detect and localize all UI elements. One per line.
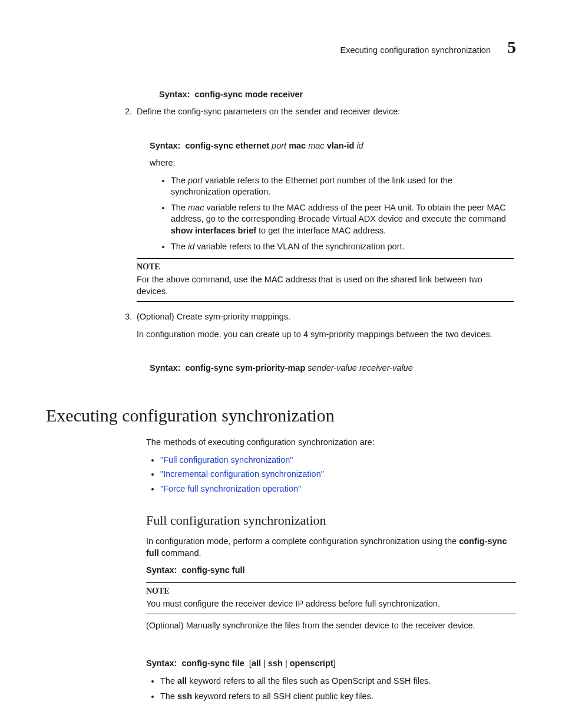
syntax-label: Syntax:	[150, 363, 180, 373]
step-2: Define the config-sync parameters on the…	[134, 106, 514, 302]
text: command.	[159, 548, 201, 558]
text: The	[160, 676, 177, 686]
syntax-cmd: config-sync file	[181, 658, 244, 668]
syntax-label: Syntax:	[159, 90, 190, 99]
text: The	[171, 242, 188, 251]
note-block: NOTE You must configure the receiver dev…	[146, 582, 516, 614]
bullet-mac: The mac variable refers to the MAC addre…	[171, 202, 514, 237]
syntax-cmd: config-sync sym-priority-map	[185, 363, 305, 373]
link-incremental-sync[interactable]: "Incremental configuration synchronizati…	[160, 469, 324, 479]
link-force-full-sync[interactable]: "Force full synchronization operation"	[160, 484, 301, 493]
note-body: For the above command, use the MAC addre…	[137, 274, 514, 297]
text: variable refers to the VLAN of the synch…	[194, 242, 404, 251]
note-title: NOTE	[146, 586, 516, 597]
text: The	[171, 203, 188, 212]
body-content: Syntax: config-sync mode receiver Define…	[46, 89, 516, 374]
syntax-var: id	[356, 141, 363, 150]
list-item: "Incremental configuration synchronizati…	[160, 469, 516, 480]
step-3: (Optional) Create sym-priority mappings.…	[134, 311, 514, 374]
bullet-id: The id variable refers to the VLAN of th…	[171, 241, 514, 253]
text: The	[171, 176, 188, 185]
keyword: ssh	[177, 691, 192, 701]
bullet-all: The all keyword refers to all the files …	[160, 676, 516, 687]
optional-sync-text: (Optional) Manually synchronize the file…	[146, 620, 516, 632]
syntax-cmd: vlan-id	[327, 141, 355, 150]
syntax-command: config-sync mode receiver	[194, 90, 303, 99]
var-name: mac	[188, 203, 204, 212]
keyword: all	[177, 676, 187, 686]
section-heading: Executing configuration synchronization	[46, 404, 516, 428]
step-text: (Optional) Create sym-priority mappings.	[137, 311, 514, 323]
page: Executing configuration synchronization …	[0, 0, 562, 728]
var-name: port	[188, 176, 203, 185]
syntax-ethernet: Syntax: config-sync ethernet port mac ma…	[150, 140, 514, 152]
note-body: You must configure the receiver device I…	[146, 598, 516, 610]
syntax-var: mac	[308, 141, 324, 150]
method-links-list: "Full configuration synchronization" "In…	[146, 454, 516, 495]
note-title: NOTE	[137, 262, 514, 273]
syntax-full: Syntax: config-sync full	[146, 565, 516, 577]
file-bullets: The all keyword refers to all the files …	[146, 676, 516, 703]
where-bullets: The port variable refers to the Ethernet…	[137, 175, 514, 252]
text: to get the interface MAC address.	[256, 226, 386, 235]
syntax-label: Syntax:	[146, 565, 177, 575]
full-sync-para: In configuration mode, perform a complet…	[146, 536, 516, 559]
bullet-port: The port variable refers to the Ethernet…	[171, 175, 514, 198]
text: variable refers to the MAC address of th…	[171, 203, 506, 224]
syntax-label: Syntax:	[150, 141, 180, 150]
running-header: Executing configuration synchronization …	[46, 35, 516, 60]
running-header-title: Executing configuration synchronization	[340, 45, 491, 57]
syntax-label: Syntax:	[146, 658, 177, 668]
syntax-receiver: Syntax: config-sync mode receiver	[159, 89, 514, 101]
text: keyword refers to all the files such as …	[187, 676, 431, 686]
step-text: Define the config-sync parameters on the…	[137, 106, 514, 118]
syntax-cmd: mac	[289, 141, 306, 150]
where-label: where:	[150, 157, 514, 169]
bullet-ssh: The ssh keyword refers to all SSH client…	[160, 691, 516, 703]
syntax-options: [all | ssh | openscript]	[247, 658, 336, 668]
syntax-file: Syntax: config-sync file [all | ssh | op…	[146, 658, 516, 670]
text: In configuration mode, perform a complet…	[146, 536, 459, 546]
syntax-vars: sender-value receiver-value	[308, 363, 412, 373]
syntax-sym-priority: Syntax: config-sync sym-priority-map sen…	[150, 363, 514, 374]
text: variable refers to the Ethernet port num…	[171, 176, 452, 197]
text: keyword refers to all SSH client public …	[192, 691, 373, 701]
list-item: "Full configuration synchronization"	[160, 454, 516, 466]
syntax-var: port	[272, 141, 286, 150]
syntax-cmd: config-sync full	[181, 565, 244, 575]
step-text: In configuration mode, you can create up…	[137, 329, 514, 341]
command-name: show interfaces brief	[171, 226, 256, 235]
note-block: NOTE For the above command, use the MAC …	[137, 258, 514, 302]
section-body: The methods of executing configuration s…	[146, 437, 516, 702]
text: The	[160, 691, 177, 701]
link-full-sync[interactable]: "Full configuration synchronization"	[160, 455, 293, 465]
syntax-cmd: config-sync ethernet	[185, 141, 269, 150]
chapter-number: 5	[507, 35, 516, 60]
list-item: "Force full synchronization operation"	[160, 483, 516, 495]
subsection-heading: Full configuration synchronization	[46, 512, 516, 529]
var-name: id	[188, 242, 194, 251]
intro-text: The methods of executing configuration s…	[146, 437, 516, 449]
steps-list: Define the config-sync parameters on the…	[146, 106, 514, 374]
